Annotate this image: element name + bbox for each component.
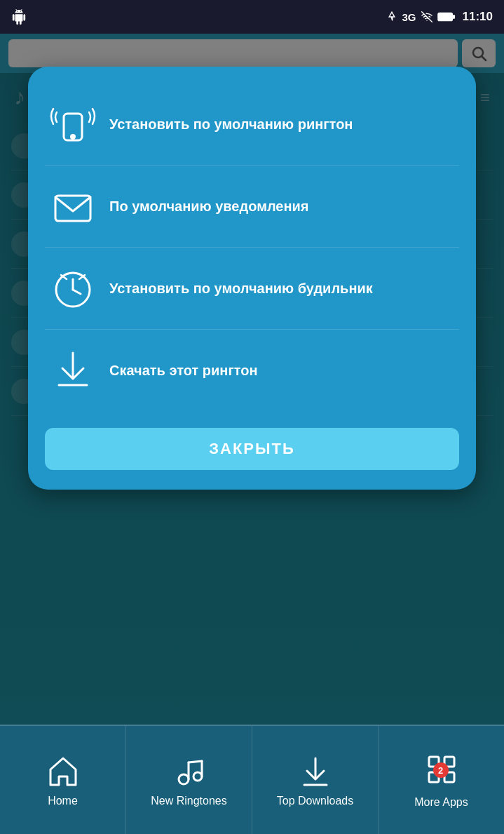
set-ringtone-item[interactable]: Установить по умолчанию рингтон [45,83,459,166]
svg-line-11 [73,290,81,294]
clock-icon [45,260,101,316]
nav-item-top-downloads[interactable]: Top Downloads [252,726,379,834]
phone-icon [45,96,101,152]
network-label: 3G [402,11,416,23]
signal-icon [421,11,433,22]
modal-dialog: Установить по умолчанию рингтон По умолч… [28,67,476,490]
status-bar-right: 3G 11:10 [386,10,493,24]
bottom-nav: Home New Ringtones Top Downloads [0,725,504,834]
nav-top-downloads-label: Top Downloads [277,795,353,807]
svg-rect-1 [437,13,451,20]
home-icon [45,753,81,789]
svg-rect-8 [55,196,90,221]
android-icon [11,9,27,25]
music-note-icon [171,753,207,789]
status-bar: 3G 11:10 [0,0,504,34]
close-button[interactable]: ЗАКРЫТЬ [45,428,459,470]
status-bar-left [11,9,27,25]
set-alarm-item[interactable]: Установить по умолчанию будильник [45,248,459,330]
set-notification-item[interactable]: По умолчанию уведомления [45,166,459,248]
nav-item-more-apps[interactable]: 2 More Apps [379,726,504,834]
nav-item-home[interactable]: Home [0,726,126,834]
more-apps-badge: 2 [433,762,449,778]
download-item[interactable]: Скачать этот рингтон [45,330,459,411]
download-icon [45,342,101,398]
set-ringtone-text: Установить по умолчанию рингтон [109,115,353,133]
set-notification-text: По умолчанию уведомления [109,197,309,215]
nav-home-label: Home [48,795,78,807]
wifi-icon [386,11,398,23]
svg-rect-2 [452,15,455,19]
svg-point-7 [71,135,75,139]
download-text: Скачать этот рингтон [109,361,258,379]
nav-item-new-ringtones[interactable]: New Ringtones [126,726,252,834]
nav-more-apps-label: More Apps [414,796,468,809]
svg-marker-0 [389,12,395,20]
battery-icon [437,11,456,22]
time-display: 11:10 [463,10,493,24]
svg-point-16 [179,774,189,784]
download-nav-icon [297,753,334,789]
mail-icon [45,178,101,234]
svg-point-17 [193,772,202,781]
set-alarm-text: Установить по умолчанию будильник [109,279,373,297]
svg-line-20 [189,761,202,762]
nav-new-ringtones-label: New Ringtones [151,795,227,807]
